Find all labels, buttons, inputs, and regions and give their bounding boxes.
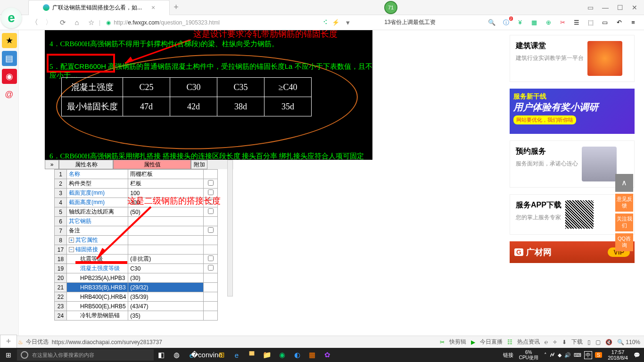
tb-app-3[interactable]: �convinc [199, 348, 214, 362]
addon-checkbox[interactable] [208, 255, 214, 261]
favorite-icon[interactable]: ☆ [85, 16, 97, 29]
skin-icon[interactable]: ▭ [587, 4, 594, 11]
news-headline[interactable]: 13省份上调最低工资 [384, 18, 436, 26]
tray-link[interactable]: 链接 [503, 352, 513, 359]
addon-checkbox[interactable] [208, 265, 214, 271]
tray-app-icon[interactable]: ◆ [558, 352, 561, 358]
browser-logo[interactable]: e [1, 8, 22, 28]
status-label[interactable]: 今日优选 [26, 338, 49, 346]
tb-files-icon[interactable]: ▀ [244, 348, 259, 362]
tb-360-icon[interactable]: ◉ [274, 348, 289, 362]
menu-icon[interactable]: ≡ [629, 18, 637, 27]
hotnews-icon[interactable]: ☷ [507, 339, 512, 346]
tb-app-10[interactable]: ✿ [320, 348, 335, 362]
taskbar-search[interactable]: 在这里输入你要搜索的内容 [17, 349, 154, 361]
table-row[interactable]: 20HPB235(A),HPB3(30) [55, 273, 218, 283]
addon-checkbox[interactable] [208, 227, 214, 233]
sb-icon-5[interactable]: ▢ [595, 339, 601, 346]
survey-banner[interactable]: 服务新干线 用户体验有奖小调研 网站要优化，我们听你哒 [510, 89, 635, 134]
table-row[interactable]: 8+其它属性 [55, 236, 218, 245]
back-button[interactable]: 〈 [28, 16, 41, 29]
tray-power-icon[interactable]: 🗲 [550, 352, 555, 358]
scroll-top-button[interactable]: ∧ [615, 174, 633, 192]
qq-consult-button[interactable]: QQ咨询 [615, 233, 633, 251]
table-row[interactable]: 7备注 [55, 226, 218, 236]
sb-icon-2[interactable]: ✧ [553, 339, 557, 346]
dropdown-icon[interactable]: ▾ [342, 16, 354, 29]
maximize-icon[interactable]: ☐ [617, 4, 623, 11]
ext-undo-icon[interactable]: ↶ [615, 18, 623, 27]
addon-checkbox[interactable] [208, 180, 214, 186]
flash-icon[interactable]: ⚡ [331, 18, 340, 27]
tb-explorer-icon[interactable]: 📁 [259, 348, 274, 362]
share-icon[interactable]: ⠪ [321, 18, 330, 27]
table-row[interactable]: 17−锚固搭接 [55, 245, 218, 255]
table-row[interactable]: 1名称雨棚栏板 [55, 170, 218, 179]
property-grid[interactable]: 1名称雨棚栏板2构件类型栏板3截面宽度(mm)1004截面高度(mm)3005轴… [54, 169, 218, 321]
home-button[interactable]: ⌂ [71, 16, 83, 29]
ext-icon-7[interactable]: ▭ [601, 18, 609, 27]
row-indicator[interactable]: » [45, 160, 59, 169]
tab-title: 广联达钢筋里锚固搭接怎么看，如... [52, 4, 142, 12]
addon-checkbox[interactable] [208, 208, 214, 214]
addon-checkbox[interactable] [208, 189, 214, 195]
table-row[interactable]: 24冷轧带肋钢筋锚(35) [55, 311, 218, 321]
search-icon[interactable]: 🔍 [487, 18, 496, 27]
table-row[interactable]: 19混凝土强度等级C30 [55, 264, 218, 273]
tb-app-9[interactable]: ▦ [305, 348, 320, 362]
dock-weibo-icon[interactable]: ◉ [2, 69, 17, 84]
table-row[interactable]: 23HRB500(E),HRB5(43/47) [55, 302, 218, 311]
sb-icon-3[interactable]: ⬇ [562, 339, 567, 346]
close-window-icon[interactable]: ✕ [632, 4, 637, 11]
tb-edge-icon[interactable]: e [229, 348, 244, 362]
url-input[interactable]: ◉ http://e.fwxgx.com/question_1905323.ht… [102, 19, 319, 26]
score-badge[interactable]: 71 [384, 1, 397, 14]
tb-app-4[interactable]: ⊞ [214, 348, 229, 362]
ext-icon-4[interactable]: ⊕ [544, 18, 553, 27]
feedback-button[interactable]: 意见反馈 [615, 194, 633, 212]
dock-at-icon[interactable]: @ [2, 87, 17, 102]
tb-app-8[interactable]: ◐ [289, 348, 305, 362]
ext-icon-1[interactable]: ⓘ2 [502, 18, 510, 27]
tray-ime-icon[interactable]: 中 [584, 351, 592, 359]
ext-scissors-icon[interactable]: ✂ [558, 18, 567, 27]
card-course[interactable]: 建筑课堂建筑行业实训教学第一平台 [510, 35, 635, 82]
grid-scrollbar[interactable] [227, 160, 233, 296]
task-view-icon[interactable]: ◧ [154, 348, 169, 362]
sb-sound-icon[interactable]: 🔇 [605, 339, 612, 346]
tray-up-icon[interactable]: ˄ [544, 352, 547, 358]
tray-sogou-icon[interactable]: S [595, 352, 602, 358]
cpu-meter[interactable]: 6%CPU使用 [516, 350, 541, 360]
follow-button[interactable]: 关注我们 [615, 214, 633, 231]
reload-button[interactable]: ⟳ [57, 16, 69, 29]
tray-notifications-icon[interactable]: 💬 [634, 352, 640, 358]
clip-icon[interactable]: ✂ [440, 339, 445, 346]
table-row[interactable]: 5轴线距左边线距离(50) [55, 207, 218, 217]
sb-icon-1[interactable]: ℮ [545, 339, 548, 346]
new-tab-button[interactable]: + [173, 2, 179, 12]
ext-wallet-icon[interactable]: ¥ [516, 18, 524, 27]
tb-app-1[interactable]: ◍ [169, 348, 184, 362]
dock-fav-icon[interactable]: ★ [2, 33, 17, 48]
tray-volume-icon[interactable]: 🔊 [564, 352, 571, 358]
table-row[interactable]: 2构件类型栏板 [55, 179, 218, 189]
tray-clock[interactable]: 17:572018/8/4 [605, 349, 631, 361]
gift-icon[interactable]: ♨ [18, 339, 23, 346]
ext-icon-3[interactable]: ▦ [530, 18, 538, 27]
ext-icon-5[interactable]: ☰ [572, 18, 581, 27]
zoom-label[interactable]: 🔍 110% [617, 339, 640, 346]
start-button[interactable]: ⊞ [0, 351, 17, 359]
ext-icon-6[interactable]: ⬚ [586, 18, 595, 27]
tab-close-icon[interactable]: × [151, 4, 155, 11]
browser-tab[interactable]: 广联达钢筋里锚固搭接怎么看，如... × [28, 0, 170, 15]
forward-button[interactable]: 〉 [42, 16, 55, 29]
table-row[interactable]: 21HRB335(B),HRB3(29/32) [55, 283, 218, 292]
table-row[interactable]: 6其它钢筋 [55, 217, 218, 226]
table-row[interactable]: 22HRB400(C),HRB4(35/39) [55, 292, 218, 302]
add-panel-button[interactable]: + [0, 335, 17, 348]
dock-news-icon[interactable]: ▤ [2, 51, 17, 66]
sb-icon-4[interactable]: ▯ [587, 339, 591, 346]
minimize-icon[interactable]: — [602, 4, 609, 11]
live-icon[interactable]: ▶ [471, 339, 475, 346]
tray-keyboard-icon[interactable]: ⌨ [574, 352, 581, 358]
